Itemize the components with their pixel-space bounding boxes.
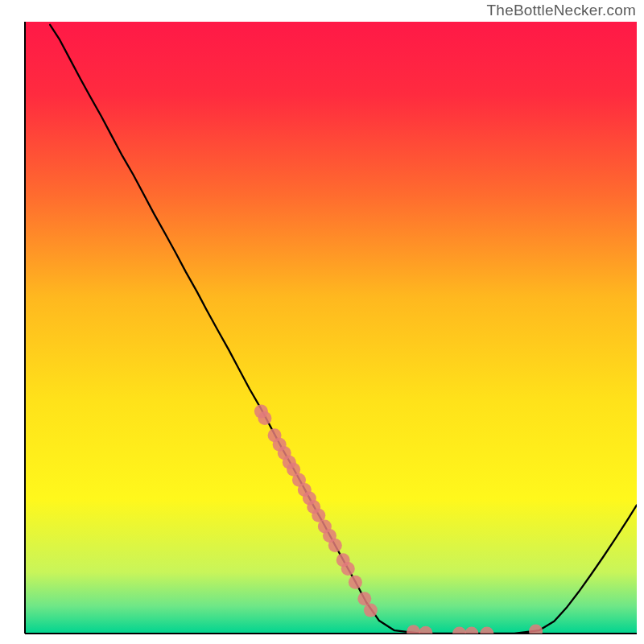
- highlight-point: [357, 592, 371, 605]
- highlight-point: [328, 539, 342, 552]
- highlight-point: [407, 625, 420, 638]
- highlight-point: [349, 576, 362, 589]
- chart-container: TheBottleNecker.com: [0, 0, 644, 644]
- highlight-point: [480, 627, 493, 641]
- bottleneck-chart: [0, 0, 644, 644]
- highlight-point: [529, 624, 543, 638]
- attribution-label: TheBottleNecker.com: [487, 2, 636, 19]
- highlight-point: [341, 562, 355, 576]
- highlight-point: [258, 411, 271, 425]
- highlight-point: [419, 626, 432, 640]
- highlight-point: [364, 604, 378, 617]
- highlight-point: [452, 627, 466, 641]
- highlight-point: [464, 627, 478, 641]
